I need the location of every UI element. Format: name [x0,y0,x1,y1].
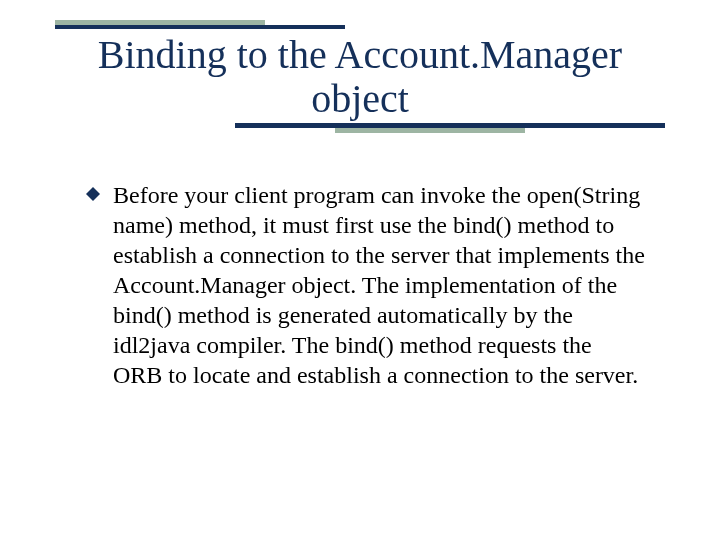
svg-marker-0 [86,187,100,201]
bullet-text: Before your client program can invoke th… [113,180,645,390]
title-accent-bottom-wrap [55,128,665,133]
title-block: Binding to the Account.Manager object [55,20,665,133]
slide-title: Binding to the Account.Manager object [55,33,665,121]
diamond-bullet-icon [85,186,101,202]
bullet-row: Before your client program can invoke th… [85,180,645,390]
slide-title-line1: Binding to the Account.Manager [98,32,622,77]
title-accent-bottom [335,128,525,133]
body-block: Before your client program can invoke th… [85,180,645,390]
slide: Binding to the Account.Manager object Be… [0,0,720,540]
slide-title-line2: object [311,76,409,121]
title-rule-top [55,25,345,29]
